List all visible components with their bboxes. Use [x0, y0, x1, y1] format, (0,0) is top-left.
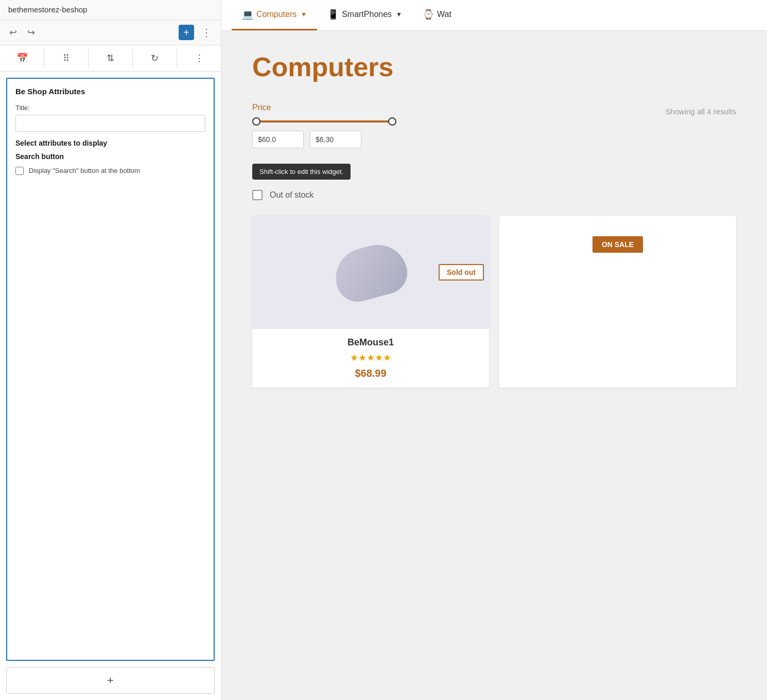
smartphones-arrow: ▼: [396, 11, 402, 18]
product-stars: ★★★★★: [260, 352, 481, 363]
left-panel: bethemestorez-beshop ↩ ↪ + ⋮ 📅 ⠿ ⇅ ↻ ⋮ B…: [0, 0, 221, 700]
watches-icon: ⌚: [423, 9, 434, 20]
display-search-checkbox[interactable]: [15, 167, 24, 175]
title-field-label: Title:: [15, 104, 205, 112]
widget-more-icon[interactable]: ⋮: [177, 48, 221, 68]
price-slider-track[interactable]: [252, 120, 396, 122]
product-price: $68.99: [260, 367, 481, 379]
display-search-label: Display "Search" button at the bottom: [29, 166, 140, 176]
widget-panel: Be Shop Attributes Title: Select attribu…: [6, 78, 215, 661]
grid-icon[interactable]: ⠿: [44, 48, 89, 68]
editor-toolbar: ↩ ↪ + ⋮: [0, 20, 221, 45]
product-name: BeMouse1: [260, 337, 481, 348]
nav-item-watches[interactable]: ⌚ Wat: [412, 0, 462, 30]
nav-item-computers[interactable]: 💻 Computers ▼: [232, 0, 317, 30]
partial-card-content: ON SALE: [499, 216, 736, 263]
sold-out-badge: Sold out: [439, 264, 484, 281]
redo-button[interactable]: ↪: [24, 25, 38, 40]
product-image-area: Sold out: [252, 216, 489, 329]
product-card-partial: ON SALE: [499, 216, 736, 388]
price-filter-label: Price: [252, 103, 417, 112]
site-name-text: bethemestorez-beshop: [8, 5, 87, 14]
slider-thumb-left[interactable]: [252, 117, 260, 126]
price-max-input[interactable]: [310, 131, 361, 148]
computers-icon: 💻: [242, 9, 253, 20]
filter-results-row: Price Showing all 4 results: [252, 103, 736, 148]
results-text: Showing all 4 results: [665, 107, 736, 116]
widget-toolbar: 📅 ⠿ ⇅ ↻ ⋮: [0, 45, 221, 72]
select-attrs-label: Select attributes to display: [15, 139, 205, 147]
add-block-button[interactable]: +: [6, 667, 215, 694]
right-panel: 💻 Computers ▼ 📱 SmartPhones ▼ ⌚ Wat Comp…: [221, 0, 767, 700]
preview-content: Computers Price Showing all 4 results Sh…: [221, 31, 767, 700]
computers-arrow: ▼: [301, 11, 307, 18]
page-title: Computers: [252, 51, 736, 82]
slider-thumb-right[interactable]: [388, 117, 396, 126]
mouse-shape: [329, 238, 412, 307]
site-name-header: bethemestorez-beshop: [0, 0, 221, 20]
nav-item-smartphones[interactable]: 📱 SmartPhones ▼: [317, 0, 412, 30]
nav-smartphones-label: SmartPhones: [342, 10, 392, 19]
products-grid: Sold out BeMouse1 ★★★★★ $68.99 ON SALE: [252, 216, 736, 388]
out-of-stock-row: Out of stock: [252, 190, 736, 200]
out-of-stock-label: Out of stock: [270, 190, 313, 200]
display-search-checkbox-row: Display "Search" button at the bottom: [15, 166, 205, 176]
smartphones-icon: 📱: [327, 9, 339, 20]
price-slider-fill: [252, 120, 396, 122]
search-button-label: Search button: [15, 152, 205, 161]
undo-button[interactable]: ↩: [6, 25, 20, 40]
product-info: BeMouse1 ★★★★★ $68.99: [252, 329, 489, 388]
calendar-icon[interactable]: 📅: [0, 48, 44, 68]
tooltip-bar: Shift-click to edit this widget.: [252, 164, 351, 180]
out-of-stock-checkbox[interactable]: [252, 190, 263, 200]
title-input[interactable]: [15, 115, 205, 132]
product-card: Sold out BeMouse1 ★★★★★ $68.99: [252, 216, 489, 388]
nav-computers-label: Computers: [256, 10, 297, 19]
nav-watches-label: Wat: [437, 10, 451, 19]
arrows-icon[interactable]: ⇅: [89, 48, 133, 68]
preview-nav: 💻 Computers ▼ 📱 SmartPhones ▼ ⌚ Wat: [221, 0, 767, 31]
more-options-button[interactable]: ⋮: [198, 24, 215, 41]
price-filter: Price: [252, 103, 417, 148]
price-min-input[interactable]: [252, 131, 304, 148]
widget-panel-title: Be Shop Attributes: [15, 87, 205, 96]
loop-icon[interactable]: ↻: [133, 48, 177, 68]
on-sale-badge: ON SALE: [592, 236, 643, 253]
price-inputs: [252, 131, 417, 148]
add-button[interactable]: +: [179, 25, 194, 40]
